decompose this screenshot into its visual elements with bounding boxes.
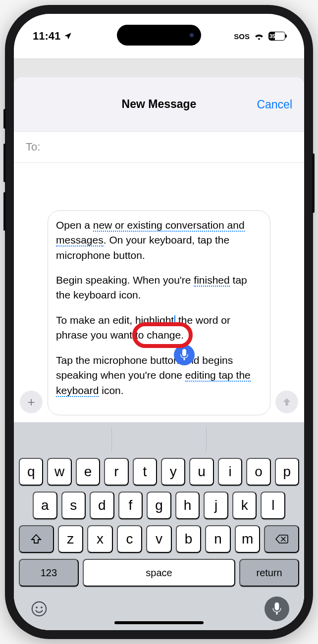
key-e[interactable]: e [76, 458, 100, 486]
key-y[interactable]: y [161, 458, 185, 486]
dictation-button[interactable] [265, 596, 289, 621]
key-r[interactable]: r [104, 458, 128, 486]
key-h[interactable]: h [175, 492, 200, 519]
arrow-up-icon [281, 396, 292, 407]
dynamic-island [117, 25, 201, 46]
volume-up-button [3, 144, 6, 182]
key-w[interactable]: w [47, 458, 71, 486]
key-i[interactable]: i [218, 458, 242, 486]
key-g[interactable]: g [147, 492, 171, 519]
sheet-header: New Message Cancel [14, 77, 304, 132]
backspace-icon [275, 534, 289, 544]
shift-key[interactable] [19, 525, 54, 553]
emoji-button[interactable] [29, 598, 50, 619]
volume-down-button [3, 192, 6, 231]
location-icon [63, 32, 72, 41]
backspace-key[interactable] [264, 525, 299, 553]
msg-text: Open a [56, 219, 93, 231]
power-button [312, 153, 315, 213]
svg-point-0 [32, 602, 46, 616]
key-o[interactable]: o [246, 458, 270, 486]
key-l[interactable]: l [261, 492, 285, 519]
key-c[interactable]: c [117, 525, 143, 553]
key-u[interactable]: u [189, 458, 213, 486]
dictation-indicator[interactable] [174, 345, 195, 365]
svg-point-2 [41, 606, 43, 608]
shift-icon [30, 533, 42, 545]
wifi-icon [254, 32, 265, 40]
microphone-icon [272, 602, 282, 615]
status-time: 11:41 [33, 30, 60, 43]
key-x[interactable]: x [87, 525, 113, 553]
key-q[interactable]: q [19, 458, 43, 486]
sheet-title: New Message [122, 98, 197, 111]
msg-text: icon. [99, 385, 123, 396]
highlighted-word: highlight [135, 314, 174, 326]
key-k[interactable]: k [232, 492, 257, 519]
key-a[interactable]: a [33, 492, 57, 519]
key-b[interactable]: b [176, 525, 202, 553]
key-v[interactable]: v [146, 525, 172, 553]
message-input[interactable]: Open a new or existing conversation and … [48, 210, 270, 415]
emoji-icon [31, 600, 48, 617]
msg-text: To make an edit, [56, 314, 135, 326]
screen: 11:41 SOS 35 New Message Cancel To: + [14, 14, 304, 630]
space-key[interactable]: space [83, 559, 236, 587]
iphone-frame: 11:41 SOS 35 New Message Cancel To: + [5, 5, 313, 639]
to-label: To: [26, 141, 40, 153]
silent-switch [3, 109, 6, 129]
key-j[interactable]: j [204, 492, 228, 519]
key-s[interactable]: s [61, 492, 86, 519]
key-p[interactable]: p [275, 458, 299, 486]
send-button[interactable] [275, 391, 298, 413]
sos-indicator: SOS [234, 32, 250, 41]
key-d[interactable]: d [90, 492, 114, 519]
msg-text: Begin speaking. When you're [56, 274, 194, 286]
suggestion-bar[interactable] [17, 427, 301, 452]
compose-area: + Open a new or existing conversation an… [14, 163, 304, 422]
key-m[interactable]: m [235, 525, 261, 553]
front-camera-icon [189, 33, 194, 38]
key-t[interactable]: t [133, 458, 157, 486]
new-message-sheet: New Message Cancel To: + Open a new or e… [14, 77, 304, 630]
svg-point-1 [36, 606, 38, 608]
battery-icon: 35 [268, 32, 285, 41]
key-n[interactable]: n [205, 525, 231, 553]
key-f[interactable]: f [118, 492, 143, 519]
numbers-key[interactable]: 123 [19, 559, 79, 587]
to-field[interactable]: To: [14, 132, 304, 163]
home-indicator[interactable] [114, 621, 204, 624]
battery-percent: 35 [269, 33, 275, 39]
keyboard: qwertyuiop asdfghjkl zxcvbnm 123 space r… [14, 422, 304, 630]
add-button[interactable]: + [20, 391, 43, 413]
key-z[interactable]: z [58, 525, 84, 553]
cancel-button[interactable]: Cancel [257, 98, 292, 111]
return-key[interactable]: return [239, 559, 299, 587]
msg-text-dotted: finished [194, 274, 229, 287]
